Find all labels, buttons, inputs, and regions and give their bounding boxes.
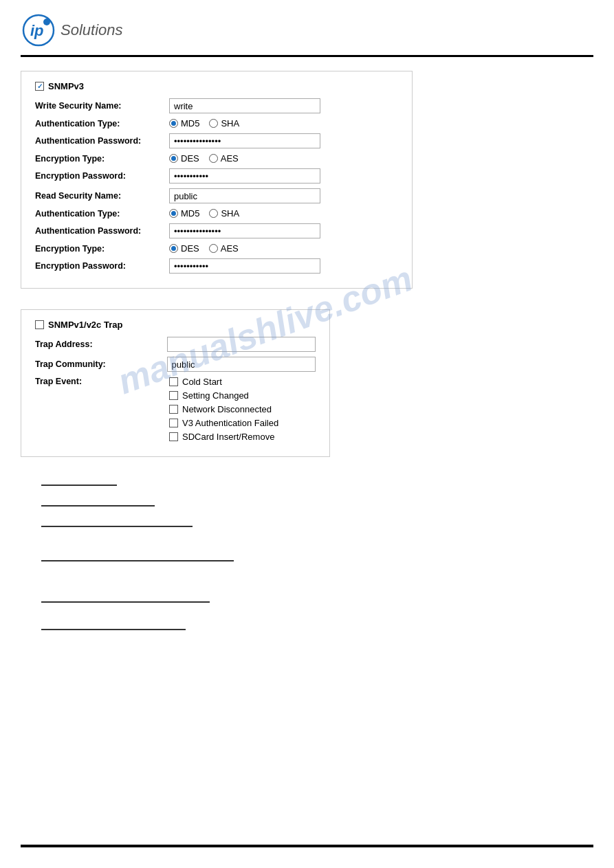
auth-type-label-1: Authentication Type:	[35, 119, 169, 129]
bottom-lines-area	[21, 478, 593, 649]
auth-type-label-2: Authentication Type:	[35, 209, 169, 219]
snmpv3-title-row: SNMPv3	[35, 81, 398, 91]
auth-type-radio-group-1: MD5 SHA	[169, 118, 239, 129]
enc-aes-radio-2[interactable]	[209, 244, 218, 253]
logo-icon: ip	[21, 12, 56, 48]
v3-auth-failed-checkbox[interactable]	[169, 419, 178, 427]
main-content: SNMPv3 Write Security Name: Authenticati…	[0, 57, 614, 663]
enc-type-label-1: Encryption Type:	[35, 154, 169, 164]
svg-text:ip: ip	[30, 22, 44, 39]
sdcard-checkbox[interactable]	[169, 432, 178, 441]
bottom-line-3	[41, 526, 193, 527]
auth-md5-option-2[interactable]: MD5	[169, 208, 199, 219]
enc-des-option-1[interactable]: DES	[169, 153, 199, 164]
bottom-line-2	[41, 505, 155, 507]
trap-event-setting-changed[interactable]: Setting Changed	[169, 390, 278, 401]
bottom-line-6	[41, 629, 186, 630]
trap-community-row: Trap Community:	[35, 357, 316, 372]
enc-type-row-2: Encryption Type: DES AES	[35, 243, 398, 254]
auth-password-label-2: Authentication Password:	[35, 226, 169, 236]
trap-address-row: Trap Address:	[35, 337, 316, 352]
read-security-row: Read Security Name:	[35, 188, 398, 203]
trap-event-v3-auth-failed[interactable]: V3 Authentication Failed	[169, 418, 278, 428]
enc-type-radio-group-2: DES AES	[169, 243, 239, 254]
enc-password-input-1[interactable]	[169, 168, 320, 183]
enc-password-row-2: Encryption Password:	[35, 258, 398, 274]
enc-aes-option-1[interactable]: AES	[209, 153, 239, 164]
enc-type-row-1: Encryption Type: DES AES	[35, 153, 398, 164]
header: ip Solutions	[0, 0, 614, 55]
bottom-spacer-1	[41, 539, 573, 560]
read-security-label: Read Security Name:	[35, 191, 169, 201]
bottom-spacer-3	[41, 615, 573, 629]
logo: ip Solutions	[21, 12, 123, 48]
auth-type-radio-group-2: MD5 SHA	[169, 208, 239, 219]
enc-type-label-2: Encryption Type:	[35, 244, 169, 254]
bottom-spacer-2	[41, 581, 573, 601]
trap-event-cold-start[interactable]: Cold Start	[169, 377, 278, 387]
trap-events-list: Cold Start Setting Changed Network Disco…	[169, 377, 278, 442]
enc-des-radio-1[interactable]	[169, 154, 178, 163]
auth-sha-radio-2[interactable]	[209, 209, 218, 218]
trap-event-label: Trap Event:	[35, 377, 169, 386]
trap-community-label: Trap Community:	[35, 359, 167, 369]
auth-password-row-2: Authentication Password:	[35, 223, 398, 238]
trap-event-sdcard-insert-remove[interactable]: SDCard Insert/Remove	[169, 432, 278, 442]
network-disconnected-checkbox[interactable]	[169, 405, 178, 414]
write-security-label: Write Security Name:	[35, 101, 169, 111]
auth-password-row-1: Authentication Password:	[35, 133, 398, 148]
network-disconnected-label: Network Disconnected	[182, 404, 272, 414]
svg-point-2	[43, 19, 50, 25]
setting-changed-label: Setting Changed	[182, 390, 249, 401]
enc-password-row-1: Encryption Password:	[35, 168, 398, 183]
write-security-input[interactable]	[169, 98, 320, 113]
bottom-line-5	[41, 601, 210, 603]
cold-start-label: Cold Start	[182, 377, 222, 387]
auth-password-input-1[interactable]	[169, 133, 320, 148]
trap-event-row: Trap Event: Cold Start Setting Changed N…	[35, 377, 316, 442]
snmpv3-box: SNMPv3 Write Security Name: Authenticati…	[21, 71, 413, 289]
setting-changed-checkbox[interactable]	[169, 391, 178, 400]
snmpv3-title-label: SNMPv3	[48, 81, 84, 91]
trap-title-row: SNMPv1/v2c Trap	[35, 320, 316, 330]
read-security-input[interactable]	[169, 188, 320, 203]
auth-type-row-2: Authentication Type: MD5 SHA	[35, 208, 398, 219]
trap-address-input[interactable]	[167, 337, 316, 352]
auth-md5-option-1[interactable]: MD5	[169, 118, 199, 129]
v3-auth-failed-label: V3 Authentication Failed	[182, 418, 278, 428]
enc-password-input-2[interactable]	[169, 258, 320, 274]
auth-sha-option-1[interactable]: SHA	[209, 118, 239, 129]
auth-password-input-2[interactable]	[169, 223, 320, 238]
footer-divider	[21, 845, 593, 847]
enc-aes-option-2[interactable]: AES	[209, 243, 239, 254]
sdcard-label: SDCard Insert/Remove	[182, 432, 274, 442]
auth-sha-option-2[interactable]: SHA	[209, 208, 239, 219]
auth-type-row-1: Authentication Type: MD5 SHA	[35, 118, 398, 129]
enc-type-radio-group-1: DES AES	[169, 153, 239, 164]
cold-start-checkbox[interactable]	[169, 377, 178, 386]
write-security-row: Write Security Name:	[35, 98, 398, 113]
auth-md5-radio-2[interactable]	[169, 209, 178, 218]
enc-des-radio-2[interactable]	[169, 244, 178, 253]
trap-event-network-disconnected[interactable]: Network Disconnected	[169, 404, 278, 414]
auth-sha-radio-1[interactable]	[209, 119, 218, 128]
enc-des-option-2[interactable]: DES	[169, 243, 199, 254]
trap-address-label: Trap Address:	[35, 340, 167, 349]
bottom-line-1	[41, 485, 117, 486]
auth-md5-radio-1[interactable]	[169, 119, 178, 128]
auth-password-label-1: Authentication Password:	[35, 136, 169, 146]
enc-password-label-1: Encryption Password:	[35, 171, 169, 181]
trap-title-label: SNMPv1/v2c Trap	[48, 320, 122, 330]
enc-aes-radio-1[interactable]	[209, 154, 218, 163]
trap-checkbox[interactable]	[35, 320, 44, 329]
enc-password-label-2: Encryption Password:	[35, 261, 169, 271]
snmpv3-checkbox[interactable]	[35, 82, 44, 91]
bottom-line-4	[41, 560, 234, 561]
trap-community-input[interactable]	[167, 357, 316, 372]
trap-box: SNMPv1/v2c Trap Trap Address: Trap Commu…	[21, 309, 330, 457]
logo-text: Solutions	[61, 21, 123, 39]
